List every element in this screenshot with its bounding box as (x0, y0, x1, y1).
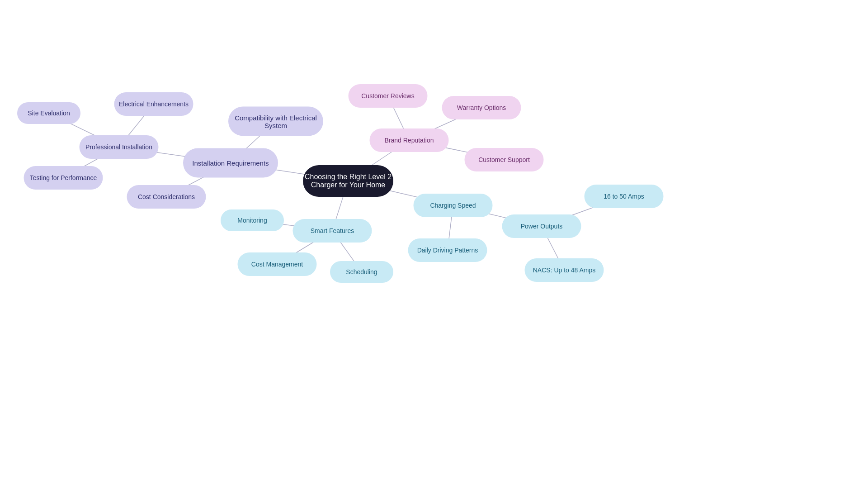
node-center[interactable]: Choosing the Right Level 2 Charger for Y… (303, 165, 393, 197)
node-brand_reputation[interactable]: Brand Reputation (370, 128, 449, 152)
node-customer_support[interactable]: Customer Support (465, 148, 544, 171)
node-charging_speed[interactable]: Charging Speed (414, 194, 493, 217)
node-site_evaluation[interactable]: Site Evaluation (17, 102, 80, 124)
node-testing_for_performance[interactable]: Testing for Performance (24, 166, 103, 190)
node-smart_features[interactable]: Smart Features (293, 219, 372, 243)
node-customer_reviews[interactable]: Customer Reviews (349, 84, 428, 108)
node-amps_16_50[interactable]: 16 to 50 Amps (585, 185, 664, 208)
node-daily_driving_patterns[interactable]: Daily Driving Patterns (408, 238, 487, 262)
node-cost_management[interactable]: Cost Management (238, 252, 317, 276)
node-electrical_enhancements[interactable]: Electrical Enhancements (114, 92, 193, 116)
node-monitoring[interactable]: Monitoring (221, 209, 284, 231)
node-scheduling[interactable]: Scheduling (330, 261, 393, 283)
node-cost_considerations[interactable]: Cost Considerations (127, 185, 206, 209)
node-nacs_48[interactable]: NACS: Up to 48 Amps (525, 258, 604, 282)
node-installation_requirements[interactable]: Installation Requirements (183, 148, 278, 178)
mindmap-container: Choosing the Right Level 2 Charger for Y… (0, 0, 868, 490)
node-compatibility[interactable]: Compatibility with Electrical System (228, 107, 323, 136)
node-professional_installation[interactable]: Professional Installation (80, 135, 159, 159)
node-power_outputs[interactable]: Power Outputs (502, 214, 581, 238)
node-warranty_options[interactable]: Warranty Options (442, 96, 521, 119)
